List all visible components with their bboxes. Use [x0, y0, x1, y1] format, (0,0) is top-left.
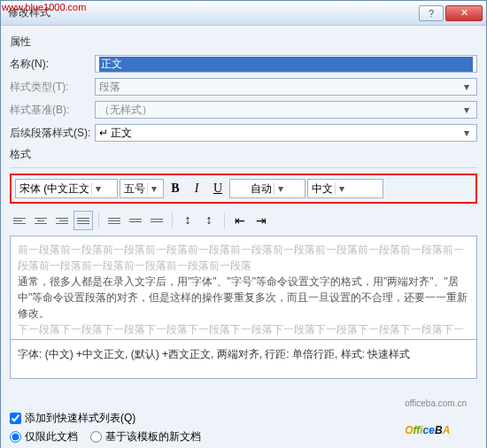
spacing-2-button[interactable] — [147, 211, 166, 230]
dialog-content: 属性 名称(N): 正文 样式类型(T): 段落▾ 样式基准(B): （无样式）… — [1, 26, 486, 448]
bold-button[interactable]: B — [166, 179, 185, 198]
space-before-inc-button[interactable]: ↕ — [178, 211, 197, 230]
label-name: 名称(N): — [10, 57, 95, 72]
chevron-down-icon: ▾ — [91, 182, 104, 195]
indent-inc-button[interactable]: ⇥ — [251, 211, 271, 230]
preview-grey-before: 前一段落前一段落前一段落前一段落前一段落前一段落前一段落前一段落前一段落前一段落… — [18, 242, 469, 274]
base-combo: （无样式）▾ — [95, 101, 477, 119]
template-input[interactable] — [90, 431, 102, 443]
row-base: 样式基准(B): （无样式）▾ — [10, 101, 477, 119]
label-follow: 后续段落样式(S): — [10, 126, 95, 141]
logo-url: officeba.com.cn — [405, 398, 467, 408]
underline-button[interactable]: U — [208, 179, 228, 198]
chevron-down-icon: ▾ — [460, 81, 473, 93]
follow-combo[interactable]: ↵ 正文▾ — [95, 124, 477, 142]
separator — [172, 212, 173, 228]
align-justify-button[interactable] — [73, 211, 93, 230]
chevron-down-icon: ▾ — [335, 182, 347, 195]
size-combo[interactable]: 五号▾ — [120, 179, 164, 198]
only-doc-radio[interactable]: 仅限此文档 — [10, 429, 78, 444]
preview-pane: 前一段落前一段落前一段落前一段落前一段落前一段落前一段落前一段落前一段落前一段落… — [10, 236, 477, 340]
officeba-logo: officeba.com.cn OfficeBA — [405, 398, 467, 441]
separator — [224, 212, 225, 228]
separator — [98, 212, 99, 228]
row-name: 名称(N): 正文 — [10, 55, 477, 73]
space-before-dec-button[interactable]: ↕ — [199, 211, 219, 230]
watermark-url: www.blue1000.com — [2, 2, 86, 12]
spacing-1-button[interactable] — [104, 211, 124, 230]
section-properties: 属性 — [10, 35, 477, 50]
chevron-down-icon: ▾ — [460, 104, 473, 116]
row-follow: 后续段落样式(S): ↵ 正文▾ — [10, 124, 477, 142]
label-base: 样式基准(B): — [10, 103, 95, 118]
paragraph-toolbar: ↕ ↕ ⇤ ⇥ — [10, 211, 477, 230]
format-toolbar-highlighted: 宋体 (中文正文▾ 五号▾ B I U 自动▾ 中文▾ — [10, 174, 477, 204]
font-combo[interactable]: 宋体 (中文正文▾ — [15, 179, 118, 198]
help-button[interactable]: ? — [419, 5, 444, 21]
indent-dec-button[interactable]: ⇤ — [230, 211, 250, 230]
align-left-button[interactable] — [10, 211, 29, 230]
align-center-button[interactable] — [31, 211, 50, 230]
section-format: 格式 — [10, 147, 477, 162]
modify-style-dialog: 修改样式 ? ✕ 属性 名称(N): 正文 样式类型(T): 段落▾ 样式基准(… — [0, 0, 487, 448]
spacing-15-button[interactable] — [126, 211, 145, 230]
template-radio[interactable]: 基于该模板的新文档 — [90, 429, 201, 444]
italic-button[interactable]: I — [187, 179, 206, 198]
chevron-down-icon: ▾ — [274, 182, 286, 195]
preview-grey-after: 下一段落下一段落下一段落下一段落下一段落下一段落下一段落下一段落下一段落下一段落… — [18, 321, 469, 340]
type-combo: 段落▾ — [95, 78, 477, 96]
style-description: 字体: (中文) +中文正文, (默认) +西文正文, 两端对齐, 行距: 单倍… — [10, 340, 477, 379]
chevron-down-icon: ▾ — [460, 127, 473, 139]
chevron-down-icon: ▾ — [147, 182, 159, 195]
name-input[interactable]: 正文 — [95, 55, 477, 73]
label-type: 样式类型(T): — [10, 80, 95, 95]
only-doc-input[interactable] — [10, 431, 21, 443]
close-button[interactable]: ✕ — [445, 5, 483, 21]
color-combo[interactable]: 自动▾ — [229, 179, 305, 198]
align-right-button[interactable] — [52, 211, 72, 230]
lang-combo[interactable]: 中文▾ — [307, 179, 383, 198]
preview-body: 通常，很多人都是在录入文字后，用"字体"、"字号"等命令设置文字的格式，用"两端… — [18, 274, 469, 321]
add-quick-input[interactable] — [10, 413, 21, 424]
row-type: 样式类型(T): 段落▾ — [10, 78, 477, 96]
divider — [10, 167, 477, 168]
